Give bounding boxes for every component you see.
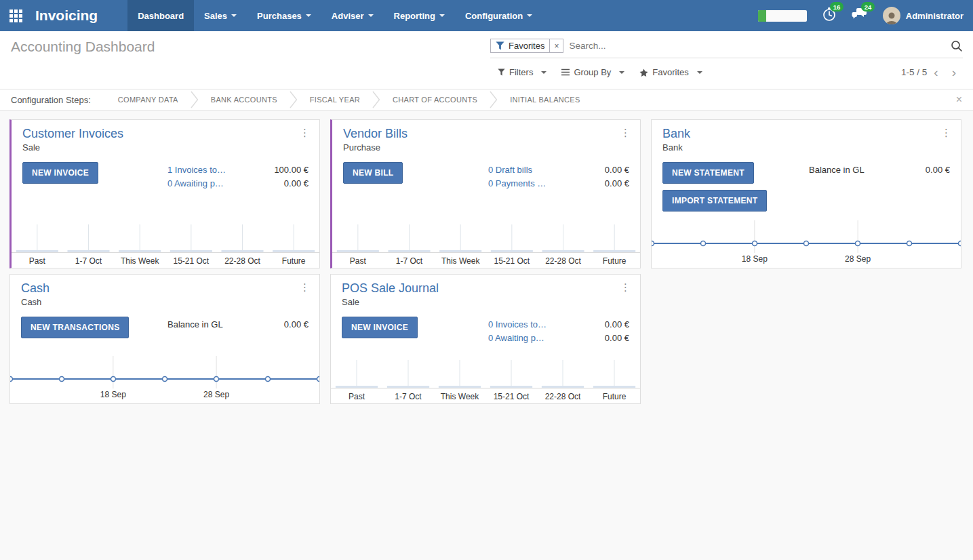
new-transactions-button[interactable]: NEW TRANSACTIONS bbox=[21, 317, 129, 338]
nav-item-configuration[interactable]: Configuration bbox=[455, 0, 542, 31]
apps-menu-button[interactable] bbox=[0, 0, 31, 31]
nav-item-purchases[interactable]: Purchases bbox=[247, 0, 321, 31]
card-subtitle: Bank bbox=[662, 142, 683, 153]
card-figures: 0 Invoices to…0.00 €0 Awaiting p…0.00 € bbox=[488, 319, 629, 346]
chart-category-label: This Week bbox=[434, 392, 485, 401]
group-by-button[interactable]: Group By bbox=[554, 64, 632, 80]
favorites-button[interactable]: Favorites bbox=[632, 64, 709, 80]
messages-button[interactable]: 24 bbox=[852, 7, 868, 24]
nav-item-adviser[interactable]: Adviser bbox=[321, 0, 384, 31]
new-invoice-button[interactable]: NEW INVOICE bbox=[342, 317, 418, 338]
figure-amount: 0.00 € bbox=[284, 319, 309, 329]
chart-category-label: This Week bbox=[114, 256, 165, 266]
caret-down-icon bbox=[231, 14, 237, 17]
figure-amount: 0.00 € bbox=[605, 178, 629, 188]
new-statement-button[interactable]: NEW STATEMENT bbox=[662, 162, 754, 184]
figure-label: Balance in GL bbox=[809, 165, 865, 175]
pager-next-icon[interactable]: › bbox=[945, 66, 963, 79]
bar-chart: Past1-7 OctThis Week15-21 Oct22-28 OctFu… bbox=[331, 359, 640, 403]
import-statement-button[interactable]: IMPORT STATEMENT bbox=[662, 190, 767, 212]
card-title[interactable]: POS Sale Journal bbox=[342, 281, 439, 296]
card-buttons: NEW INVOICE bbox=[342, 317, 418, 338]
control-panel: Accounting Dashboard Favorites × bbox=[0, 31, 973, 89]
bar-chart: Past1-7 OctThis Week15-21 Oct22-28 OctFu… bbox=[332, 223, 640, 268]
pager-range: 1-5 / 5 bbox=[901, 67, 927, 77]
chart-category-label: 1-7 Oct bbox=[382, 392, 434, 401]
search-zone: Favorites × Filters bbox=[490, 39, 963, 80]
chart-category-label: 15-21 Oct bbox=[165, 256, 217, 266]
chart-category-label: 22-28 Oct bbox=[217, 256, 269, 266]
activities-badge: 16 bbox=[830, 2, 843, 12]
favorites-label: Favorites bbox=[652, 67, 688, 77]
search-input[interactable] bbox=[569, 41, 945, 51]
card-title[interactable]: Vendor Bills bbox=[343, 127, 408, 141]
avatar[interactable] bbox=[883, 7, 900, 24]
card-figures: 0 Draft bills0.00 €0 Payments …0.00 € bbox=[488, 165, 629, 192]
filter-funnel-icon bbox=[496, 41, 504, 50]
facet-remove-icon[interactable]: × bbox=[549, 39, 563, 52]
figure-row: 0 Awaiting p…0.00 € bbox=[488, 333, 629, 343]
figure-link[interactable]: 0 Payments … bbox=[488, 178, 546, 188]
config-step-initial-balances[interactable]: INITIAL BALANCES bbox=[498, 96, 592, 104]
kebab-menu-icon[interactable]: ⋮ bbox=[294, 125, 315, 140]
chevron-right-icon bbox=[290, 90, 298, 109]
chart-category-label: Future bbox=[589, 256, 640, 266]
figure-link[interactable]: 1 Invoices to… bbox=[167, 165, 226, 175]
search-bar: Favorites × bbox=[490, 39, 963, 58]
kebab-menu-icon[interactable]: ⋮ bbox=[615, 280, 636, 295]
pager-previous-icon[interactable]: ‹ bbox=[927, 66, 945, 79]
figure-link[interactable]: 0 Awaiting p… bbox=[488, 333, 544, 343]
nav-item-dashboard[interactable]: Dashboard bbox=[127, 0, 194, 31]
filters-label: Filters bbox=[509, 67, 533, 77]
filters-button[interactable]: Filters bbox=[490, 64, 554, 80]
nav-item-reporting[interactable]: Reporting bbox=[384, 0, 455, 31]
caret-down-icon bbox=[619, 71, 624, 74]
figure-row: 0 Invoices to…0.00 € bbox=[488, 319, 629, 329]
caret-down-icon bbox=[439, 14, 445, 17]
user-menu[interactable]: Administrator bbox=[906, 11, 964, 21]
figure-link[interactable]: 0 Draft bills bbox=[488, 165, 532, 175]
journal-card-bank: BankBank⋮NEW STATEMENTIMPORT STATEMENTBa… bbox=[651, 119, 961, 268]
search-button[interactable] bbox=[945, 40, 963, 52]
user-silhouette-icon bbox=[883, 9, 900, 24]
nav-item-label: Purchases bbox=[257, 11, 302, 21]
top-menu: DashboardSalesPurchasesAdviserReportingC… bbox=[127, 0, 542, 31]
card-title[interactable]: Bank bbox=[662, 127, 690, 141]
caret-down-icon bbox=[697, 71, 702, 74]
caret-down-icon bbox=[368, 14, 374, 17]
nav-item-label: Dashboard bbox=[138, 11, 184, 21]
kebab-menu-icon[interactable]: ⋮ bbox=[936, 125, 957, 140]
card-title[interactable]: Customer Invoices bbox=[22, 127, 123, 141]
figure-row: 0 Payments …0.00 € bbox=[488, 178, 629, 188]
card-title[interactable]: Cash bbox=[21, 281, 49, 296]
config-step-bank-accounts[interactable]: BANK ACCOUNTS bbox=[199, 96, 290, 104]
activities-button[interactable]: 16 bbox=[822, 7, 837, 24]
kebab-menu-icon[interactable]: ⋮ bbox=[615, 125, 636, 140]
config-step-fiscal-year[interactable]: FISCAL YEAR bbox=[298, 96, 372, 104]
config-step-chart-of-accounts[interactable]: CHART OF ACCOUNTS bbox=[380, 96, 490, 104]
config-step-company-data[interactable]: COMPANY DATA bbox=[106, 96, 191, 104]
figure-link[interactable]: 0 Invoices to… bbox=[488, 319, 547, 329]
figure-amount: 0.00 € bbox=[605, 165, 629, 175]
figure-link[interactable]: 0 Awaiting p… bbox=[167, 178, 224, 188]
caret-down-icon bbox=[527, 14, 532, 17]
card-buttons: NEW BILL bbox=[343, 162, 403, 184]
facet-favorites[interactable]: Favorites bbox=[491, 39, 549, 52]
chart-category-label: 22-28 Oct bbox=[537, 392, 589, 401]
configuration-steps-bar: Configuration Steps: COMPANY DATABANK AC… bbox=[0, 89, 973, 111]
figure-label: Balance in GL bbox=[167, 319, 223, 329]
new-invoice-button[interactable]: NEW INVOICE bbox=[22, 162, 98, 184]
chart-x-label: 28 Sep bbox=[203, 390, 229, 399]
new-bill-button[interactable]: NEW BILL bbox=[343, 162, 403, 184]
card-figures: Balance in GL0.00 € bbox=[809, 165, 950, 178]
chart-category-label: Past bbox=[12, 256, 63, 266]
nav-item-sales[interactable]: Sales bbox=[194, 0, 247, 31]
kebab-menu-icon[interactable]: ⋮ bbox=[294, 280, 315, 295]
app-name[interactable]: Invoicing bbox=[31, 0, 127, 31]
card-figures: Balance in GL0.00 € bbox=[167, 319, 309, 333]
figure-row: Balance in GL0.00 € bbox=[167, 319, 309, 329]
line-chart: 18 Sep28 Sep bbox=[10, 356, 319, 403]
trial-progress-bar[interactable] bbox=[758, 10, 807, 22]
chart-category-label: Past bbox=[331, 392, 382, 401]
close-icon[interactable]: × bbox=[953, 94, 965, 106]
